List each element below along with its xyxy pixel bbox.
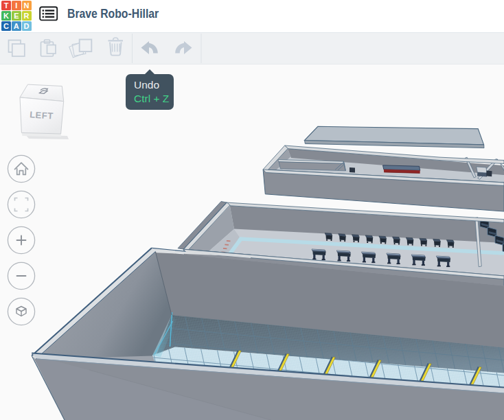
- svg-text:LEFT: LEFT: [30, 109, 54, 121]
